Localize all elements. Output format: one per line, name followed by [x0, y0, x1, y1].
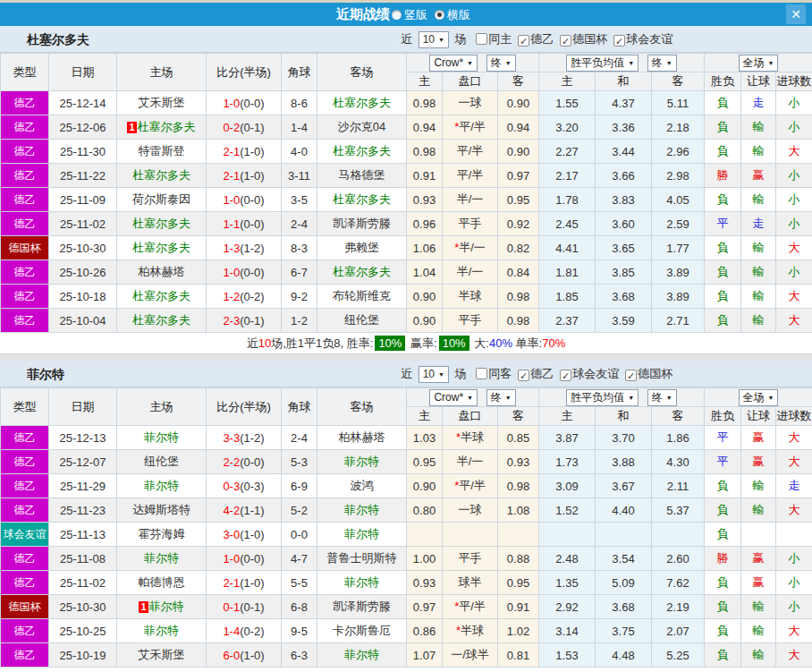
table-row: 德乙25-10-26柏林赫塔1-0(0-0)6-7杜塞尔多夫1.04半/一0.8… [1, 260, 812, 285]
crow-away-odds: 0.94 [498, 115, 539, 140]
crow-home-odds: 0.91 [407, 164, 443, 188]
handicap-cell: 平/半 [443, 164, 498, 188]
goals-result-cell: 小 [776, 188, 812, 212]
avg-draw-odds: 3.68 [596, 285, 652, 309]
home-team-cell: 杜塞尔多夫 [117, 236, 207, 260]
result-cell: 負 [705, 523, 741, 547]
handicap-cell: 平/半 [443, 140, 498, 164]
handicap-cell: *半球 [443, 619, 498, 643]
avg-draw-odds: 3.83 [596, 188, 652, 212]
filter-checkbox[interactable]: ✓ [560, 35, 571, 47]
filter-checkbox[interactable] [476, 368, 487, 379]
halftime-score: (0-3) [240, 480, 264, 493]
halftime-score: (0-0) [240, 97, 264, 110]
handicap-result-cell: 走 [741, 212, 776, 236]
scope-select[interactable]: 全场▼ [739, 389, 779, 406]
crow-home-odds: 1.03 [407, 426, 443, 450]
layout-radio-off[interactable] [392, 10, 402, 20]
away-team-cell: 菲尔特 [317, 643, 407, 668]
avg-home-odds: 3.20 [539, 115, 596, 140]
result-cell: 負 [705, 309, 741, 333]
section-header: 杜塞尔多夫 近 10▼ 场 同主✓德乙✓德国杯✓球会友谊 [0, 26, 812, 53]
halftime-score: (1-2) [240, 242, 264, 255]
odds-stage-select[interactable]: 终▼ [486, 55, 516, 72]
table-row: 德乙25-11-22杜塞尔多夫2-1(1-0)3-11马格德堡0.91平/半0.… [1, 164, 812, 188]
goals-result-cell: 大 [776, 450, 812, 474]
filter-checkbox[interactable] [476, 33, 487, 45]
score-cell: 2-2(0-0) [207, 450, 282, 474]
handicap-result-cell: 輸 [741, 595, 776, 619]
handicap-result-cell: 赢 [741, 547, 776, 571]
result-cell: 負 [705, 619, 741, 643]
col-score: 比分(半场) [207, 388, 282, 426]
layout-radio-on[interactable] [435, 10, 444, 20]
odds-group-header: Crow*▼ 终▼ [407, 54, 539, 72]
result-cell: 平 [705, 450, 741, 474]
fulltime-score: 1-0 [223, 97, 240, 110]
avg-draw-odds: 3.85 [596, 260, 652, 285]
fulltime-score: 2-2 [223, 455, 240, 469]
avg-stage-select[interactable]: 终▼ [647, 55, 677, 72]
avg-stage-select[interactable]: 终▼ [647, 389, 677, 406]
result-cell: 負 [705, 260, 741, 285]
avg-draw-odds: 3.88 [596, 450, 652, 474]
col-corner: 角球 [282, 54, 317, 91]
avg-home-odds: 1.73 [539, 450, 596, 474]
away-team-cell: 杜塞尔多夫 [317, 91, 407, 115]
odds-source-select[interactable]: Crow*▼ [429, 55, 478, 72]
avg-home-odds [539, 523, 596, 547]
filter-checkbox[interactable]: ✓ [560, 370, 571, 381]
col-result: 胜负 [705, 72, 741, 91]
crow-home-odds: 0.94 [407, 115, 443, 140]
handicap-result-cell: 赢 [741, 426, 776, 450]
dropdown-arrow-icon: ▼ [438, 371, 444, 378]
handicap-cell: 一/球半 [443, 643, 498, 668]
crow-away-odds: 0.98 [498, 285, 539, 309]
score-cell: 1-3(1-2) [207, 236, 282, 260]
halftime-score: (0-0) [240, 193, 264, 207]
table-row: 德乙25-11-29菲尔特0-3(0-3)6-9波鸿0.90*平/半0.983.… [1, 474, 812, 498]
avg-away-odds: 2.60 [652, 547, 705, 571]
halftime-score: (0-2) [240, 290, 264, 303]
matches-label: 场 [455, 367, 467, 380]
handicap-cell: *半/一 [443, 236, 498, 260]
team-name: 菲尔特 [27, 367, 64, 381]
home-team-cell: 1杜塞尔多夫 [117, 115, 207, 140]
score-cell: 1-4(0-2) [207, 619, 282, 643]
dialog-title: 近期战绩 [336, 6, 390, 21]
filter-checkbox[interactable]: ✓ [518, 370, 529, 381]
avg-type-select[interactable]: 胜平负均值▼ [566, 389, 639, 406]
result-cell: 負 [705, 140, 741, 164]
scope-select[interactable]: 全场▼ [739, 55, 779, 72]
date-cell: 25-10-04 [49, 309, 117, 333]
home-team-cell: 纽伦堡 [117, 450, 207, 474]
type-cell: 德乙 [1, 450, 49, 474]
crow-away-odds: 0.90 [498, 140, 539, 164]
corner-cell: 8-3 [282, 236, 317, 260]
close-icon[interactable]: ✕ [786, 4, 806, 24]
corner-cell: 3-11 [282, 164, 317, 188]
col-result: 胜负 [705, 407, 741, 426]
col-ou-result: 进球数 [776, 407, 812, 426]
filter-checkbox[interactable]: ✓ [625, 370, 637, 381]
crow-away-odds [498, 523, 539, 547]
avg-home-odds: 1.53 [539, 643, 596, 668]
filter-checkbox[interactable]: ✓ [613, 35, 625, 47]
odds-source-select[interactable]: Crow*▼ [429, 389, 478, 406]
avg-type-select[interactable]: 胜平负均值▼ [566, 55, 639, 72]
type-cell: 德乙 [1, 619, 49, 643]
dropdown-arrow-icon: ▼ [467, 60, 473, 66]
handicap-result-cell: 輸 [741, 619, 776, 643]
col-handicap: 盘口 [443, 407, 498, 426]
filter-checkbox[interactable]: ✓ [518, 35, 529, 47]
match-count-select[interactable]: 10▼ [419, 366, 449, 383]
corner-cell: 4-0 [282, 140, 317, 164]
halftime-score: (1-0) [240, 528, 264, 541]
away-team-cell: 凯泽斯劳滕 [317, 212, 407, 236]
avg-draw-odds: 4.48 [596, 643, 652, 668]
odds-stage-select[interactable]: 终▼ [486, 389, 516, 406]
avg-draw-odds: 3.68 [596, 595, 652, 619]
type-cell: 德乙 [1, 91, 49, 115]
col-home: 主场 [117, 388, 207, 426]
match-count-select[interactable]: 10▼ [419, 31, 449, 48]
